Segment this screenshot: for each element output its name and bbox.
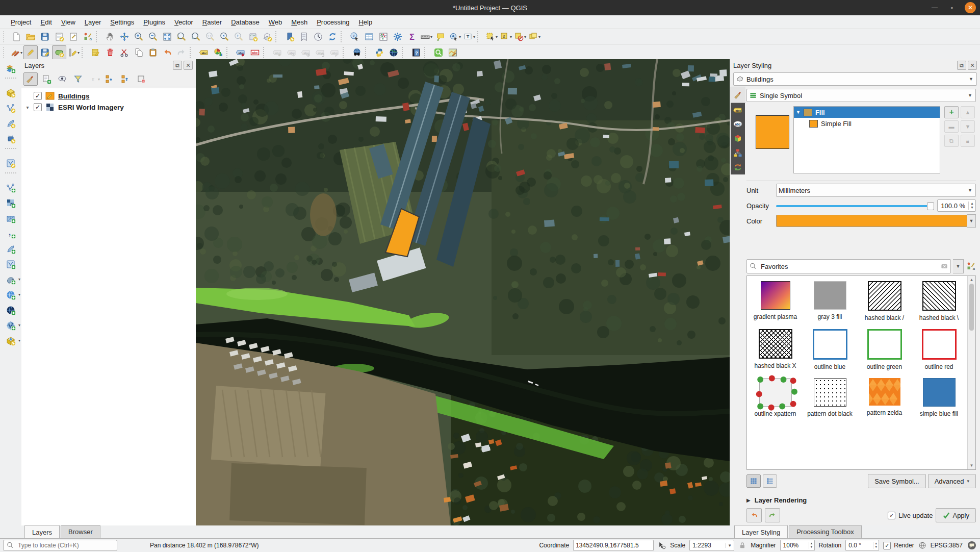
rotation-spinbox[interactable]: 0.0 ° ▲▼ (845, 540, 879, 551)
add-wfs-layer-button[interactable] (4, 318, 18, 333)
add-wcs-layer-button[interactable] (4, 303, 18, 317)
history-tab-icon[interactable] (733, 162, 743, 172)
temporal-controller-button[interactable] (311, 30, 325, 44)
tab-processing-toolbox[interactable]: Processing Toolbox (789, 525, 862, 538)
menu-plugins[interactable]: Plugins (139, 17, 170, 28)
plugin-search-button[interactable] (431, 45, 446, 60)
new-temporary-scratch-layer-button[interactable] (4, 132, 18, 146)
highlight-pinned-labels-button[interactable]: abc (248, 45, 262, 60)
current-edits-button[interactable] (9, 45, 23, 60)
move-down-button[interactable]: ▼ (961, 120, 975, 133)
deselect-all-button[interactable] (513, 30, 527, 44)
new-shapefile-layer-button[interactable] (4, 101, 18, 115)
lock-color-button[interactable]: 🔒︎ (961, 135, 975, 147)
menu-settings[interactable]: Settings (106, 17, 139, 28)
minimize-button[interactable]: — (930, 3, 939, 12)
style-manager-icon[interactable]: a (966, 261, 976, 271)
symbol-search-box[interactable] (746, 259, 951, 273)
diagram-tab-icon[interactable] (733, 148, 743, 158)
add-wms-layer-button[interactable] (4, 288, 18, 302)
zoom-to-selection-button[interactable] (174, 30, 189, 44)
add-spatialite-layer-button[interactable] (4, 242, 18, 256)
move-up-button[interactable]: ▲ (961, 106, 975, 118)
menu-edit[interactable]: Edit (36, 17, 56, 28)
text-annotation-button[interactable]: T (462, 30, 476, 44)
close-button[interactable]: ✕ (965, 2, 976, 13)
new-virtual-layer-button[interactable] (4, 156, 18, 170)
zoom-out-button[interactable] (146, 30, 160, 44)
add-delimited-text-layer-button[interactable]: , (4, 227, 18, 241)
open-project-button[interactable] (23, 30, 38, 44)
locator-input[interactable] (17, 541, 114, 549)
new-map-view-button[interactable] (246, 30, 260, 44)
close-panel-icon[interactable]: ✕ (184, 61, 193, 70)
run-feature-action-button[interactable] (448, 30, 462, 44)
refresh-map-button[interactable] (325, 30, 340, 44)
save-layer-edits-button[interactable] (38, 45, 52, 60)
menu-mesh[interactable]: Mesh (287, 17, 312, 28)
cut-features-button[interactable] (117, 45, 132, 60)
symbol-tree-simple-fill-row[interactable]: Simple Fill (794, 118, 940, 129)
add-virtual-layer-button[interactable] (4, 257, 18, 271)
new-project-button[interactable] (9, 30, 23, 44)
apply-button[interactable]: Apply (936, 508, 976, 522)
advanced-button[interactable]: Advanced (928, 474, 976, 488)
new-geopackage-layer-button[interactable] (4, 86, 18, 100)
open-styling-brush-button[interactable] (23, 72, 38, 86)
symbol-grid-scrollbar[interactable]: ▲▼ (967, 276, 975, 469)
maximize-button[interactable]: ▫ (947, 3, 957, 12)
map-tips-button[interactable] (433, 30, 448, 44)
duplicate-symbol-layer-button[interactable]: ⧉ (944, 135, 959, 147)
remove-symbol-layer-button[interactable]: ▬ (944, 120, 959, 133)
symbol-item[interactable]: gray 3 fill (803, 281, 857, 322)
redo-style-button[interactable] (765, 508, 780, 522)
symbol-search-input[interactable] (760, 262, 938, 271)
locator-bar[interactable] (3, 540, 117, 551)
tab-browser[interactable]: Browser (61, 525, 100, 538)
float-panel-icon[interactable]: ⧉ (173, 61, 182, 70)
symbol-item[interactable]: pattern dot black (803, 378, 857, 418)
scale-combo[interactable]: 1:2293 ▼ (689, 540, 734, 551)
style-manager-button[interactable]: a (81, 30, 95, 44)
layer-diagram-button[interactable] (211, 45, 225, 60)
copy-features-button[interactable] (132, 45, 146, 60)
add-raster-layer-button[interactable] (4, 196, 18, 210)
show-spatial-bookmarks-button[interactable] (297, 30, 311, 44)
color-button[interactable] (776, 215, 967, 227)
layer-row-buildings[interactable]: ✓ Buildings (22, 90, 195, 102)
expand-all-button[interactable] (102, 72, 117, 86)
opacity-slider[interactable] (776, 202, 934, 210)
color-dropdown[interactable]: ▼ (967, 214, 976, 228)
undo-style-button[interactable] (746, 508, 762, 522)
close-panel-icon[interactable]: ✕ (968, 61, 977, 70)
add-symbol-layer-button[interactable]: ＋ (944, 106, 959, 118)
manage-themes-button[interactable] (55, 72, 69, 86)
new-spatial-bookmark-button[interactable] (282, 30, 297, 44)
statistical-summary-button[interactable]: Σ (405, 30, 419, 44)
add-vector-layer-button[interactable] (4, 181, 18, 195)
symbol-item[interactable]: simple blue fill (912, 378, 966, 418)
add-record-button[interactable] (89, 45, 103, 60)
open-attribute-table-button[interactable] (362, 30, 376, 44)
layer-row-esri-imagery[interactable]: ▾ ✓ ESRI World Imagery (22, 102, 195, 113)
pointer-track-icon[interactable] (658, 541, 666, 549)
menu-project[interactable]: Project (6, 17, 36, 28)
zoom-full-button[interactable] (160, 30, 174, 44)
symbol-item[interactable]: hashed black \ (912, 281, 966, 322)
symbol-item[interactable]: hashed black X (748, 329, 803, 371)
symbol-tree-fill-row[interactable]: ▼ Fill (794, 107, 940, 118)
save-project-button[interactable] (38, 30, 52, 44)
new-3d-map-view-button[interactable] (260, 30, 274, 44)
menu-view[interactable]: View (57, 17, 80, 28)
symbol-item[interactable]: pattern zelda (857, 378, 912, 418)
symbology-tab[interactable] (731, 87, 745, 103)
unit-selector[interactable]: Millimeters ▼ (776, 184, 976, 197)
clear-icon[interactable] (940, 262, 948, 270)
symbol-item[interactable]: gradient plasma (748, 281, 803, 322)
quickmapservices-button[interactable] (386, 45, 401, 60)
select-all-button[interactable] (527, 30, 541, 44)
delete-selected-button[interactable] (103, 45, 117, 60)
tab-layers[interactable]: Layers (24, 525, 60, 539)
expand-arrow-icon[interactable]: ▾ (24, 105, 31, 110)
advanced-digitizing-button[interactable] (66, 45, 81, 60)
